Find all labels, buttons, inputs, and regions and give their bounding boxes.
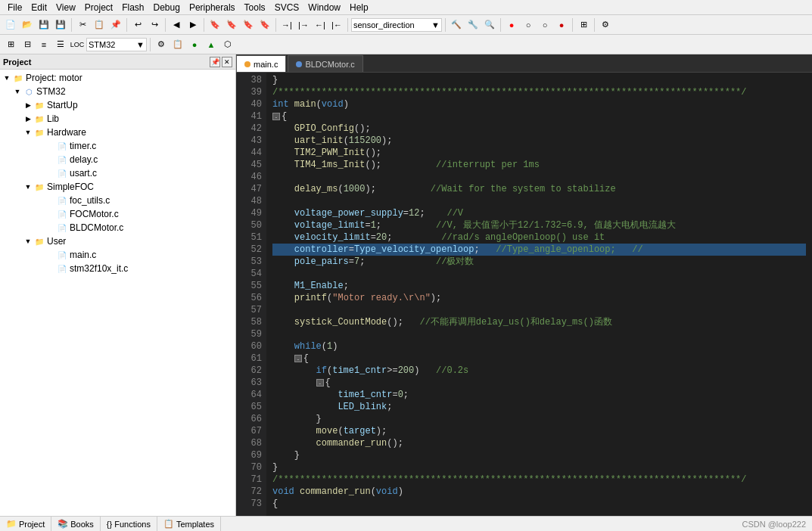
toggle-simplefoc[interactable]: ▼ (23, 183, 33, 191)
indent-btn[interactable]: →| (279, 17, 294, 33)
menu-peripherals[interactable]: Peripherals (185, 1, 240, 14)
tree-item-hardware[interactable]: ▼ 📁 Hardware (0, 126, 235, 139)
code-editor[interactable]: 38 39 40 41 42 43 44 45 46 47 48 49 50 5… (236, 73, 812, 516)
bookmark3-btn[interactable]: 🔖 (241, 17, 256, 33)
debug-btn[interactable]: ○ (537, 17, 552, 33)
indent4-btn[interactable]: |← (329, 17, 344, 33)
nav-fwd-btn[interactable]: ▶ (185, 17, 201, 33)
menu-view[interactable]: View (51, 1, 80, 14)
bottom-tab-books[interactable]: 📚 Books (51, 517, 101, 532)
ln-71: 71 (241, 474, 262, 486)
code-content[interactable]: } /*************************************… (266, 73, 812, 516)
toggle-startup[interactable]: ▶ (23, 101, 33, 109)
debug2-btn[interactable]: ● (554, 17, 569, 33)
tree-item-mainc[interactable]: 📄 main.c (0, 248, 235, 262)
ln-41: 41 (241, 110, 262, 123)
target-select[interactable]: sensor_direction ▼ (351, 18, 442, 32)
tree-item-stm32it[interactable]: 📄 stm32f10x_it.c (0, 262, 235, 275)
editor-area: main.c BLDCMotor.c 38 39 40 41 42 43 44 … (236, 54, 812, 516)
tree-item-bldcmotor[interactable]: 📄 BLDCMotor.c (0, 221, 235, 234)
tree-item-usartc[interactable]: 📄 usart.c (0, 166, 235, 180)
sidebar-close-btn[interactable]: ✕ (222, 57, 232, 67)
indent3-btn[interactable]: ←| (313, 17, 328, 33)
bookmark2-btn[interactable]: 🔖 (224, 17, 239, 33)
bookmark-btn[interactable]: 🔖 (207, 17, 222, 33)
bottom-tab-project[interactable]: 📁 Project (0, 517, 51, 532)
t2-btn10[interactable]: ⬡ (220, 37, 235, 52)
tab-bar: main.c BLDCMotor.c (236, 54, 812, 73)
tree-item-project[interactable]: ▼ 📁 Project: motor (0, 71, 235, 85)
menu-svcs[interactable]: SVCS (270, 1, 304, 14)
bottom-tab-templates[interactable]: 📋 Templates (157, 517, 221, 532)
t2-btn7[interactable]: 📋 (170, 37, 185, 52)
tree-item-focmotor[interactable]: 📄 FOCMotor.c (0, 207, 235, 221)
menu-file[interactable]: File (3, 1, 26, 14)
sidebar-pin-btn[interactable]: 📌 (210, 57, 220, 67)
toggle-hardware[interactable]: ▼ (23, 129, 33, 136)
search-btn[interactable]: 🔍 (482, 17, 497, 33)
bookmark4-btn[interactable]: 🔖 (257, 17, 272, 33)
undo-btn[interactable]: ↩ (130, 17, 145, 33)
menu-project[interactable]: Project (80, 1, 117, 14)
new-file-btn[interactable]: 📄 (3, 17, 18, 33)
redo-btn[interactable]: ↪ (147, 17, 162, 33)
t2-btn1[interactable]: ⊞ (3, 37, 18, 52)
t2-btn4[interactable]: ☰ (53, 37, 68, 52)
t2-btn3[interactable]: ≡ (36, 37, 51, 52)
paste-btn[interactable]: 📌 (108, 17, 123, 33)
save-all-btn[interactable]: 💾 (53, 17, 68, 33)
indent2-btn[interactable]: |→ (296, 17, 311, 33)
fold-btn-61[interactable]: - (294, 355, 302, 362)
folder-startup-icon: 📁 (33, 99, 45, 111)
ln-68: 68 (241, 437, 262, 449)
file-stm32it-icon: 📄 (56, 262, 68, 275)
build-btn[interactable]: 🔨 (449, 17, 464, 33)
fold-btn-41[interactable]: - (272, 113, 280, 120)
tree-item-focutils[interactable]: 📄 foc_utils.c (0, 194, 235, 207)
device-dropdown-icon[interactable]: ▼ (136, 40, 145, 49)
toggle-user[interactable]: ▼ (23, 238, 33, 245)
cut-btn[interactable]: ✂ (75, 17, 90, 33)
tree-item-startup[interactable]: ▶ 📁 StartUp (0, 98, 235, 112)
tree-item-stm32[interactable]: ▼ ⬡ STM32 (0, 85, 235, 98)
tab-mainc[interactable]: main.c (236, 55, 286, 72)
open-btn[interactable]: 📂 (20, 17, 35, 33)
menu-tools[interactable]: Tools (240, 1, 270, 14)
code-line-61: -{ (272, 352, 806, 365)
tree-label-user: User (47, 236, 66, 247)
tree-item-delayc[interactable]: 📄 delay.c (0, 153, 235, 166)
tree-item-user[interactable]: ▼ 📁 User (0, 234, 235, 248)
settings-btn[interactable]: ⚙ (598, 17, 613, 33)
toggle-project[interactable]: ▼ (2, 74, 12, 82)
t2-btn9[interactable]: ▲ (204, 37, 219, 52)
copy-btn[interactable]: 📋 (92, 17, 107, 33)
stop-btn[interactable]: ○ (521, 17, 536, 33)
ln-73: 73 (241, 498, 262, 510)
menu-flash[interactable]: Flash (117, 1, 148, 14)
menu-edit[interactable]: Edit (26, 1, 51, 14)
t2-btn2[interactable]: ⊟ (20, 37, 35, 52)
tab-bldcmotor[interactable]: BLDCMotor.c (288, 55, 362, 72)
build2-btn[interactable]: 🔧 (465, 17, 481, 33)
code-line-73: { (272, 498, 806, 510)
toggle-stm32[interactable]: ▼ (12, 88, 23, 95)
t2-btn5[interactable]: LOC (70, 37, 85, 52)
t2-btn8[interactable]: ● (187, 37, 202, 52)
target-dropdown-icon[interactable]: ▼ (431, 20, 440, 30)
fold-btn-63[interactable]: - (316, 379, 324, 387)
window-btn[interactable]: ⊞ (576, 17, 591, 33)
device-select[interactable]: STM32 ▼ (86, 38, 147, 51)
t2-btn6[interactable]: ⚙ (154, 37, 169, 52)
tree-item-lib[interactable]: ▶ 📁 Lib (0, 112, 235, 126)
nav-back-btn[interactable]: ◀ (169, 17, 184, 33)
menu-debug[interactable]: Debug (149, 1, 185, 14)
menu-window[interactable]: Window (303, 1, 345, 14)
tree-item-simplefoc[interactable]: ▼ 📁 SimpleFOC (0, 180, 235, 194)
ln-51: 51 (241, 231, 262, 244)
save-btn[interactable]: 💾 (36, 17, 51, 33)
tree-item-timerc[interactable]: 📄 timer.c (0, 139, 235, 153)
run-btn[interactable]: ● (504, 17, 519, 33)
toggle-lib[interactable]: ▶ (23, 115, 33, 123)
menu-help[interactable]: Help (345, 1, 373, 14)
bottom-tab-functions[interactable]: {} Functions (101, 517, 157, 532)
